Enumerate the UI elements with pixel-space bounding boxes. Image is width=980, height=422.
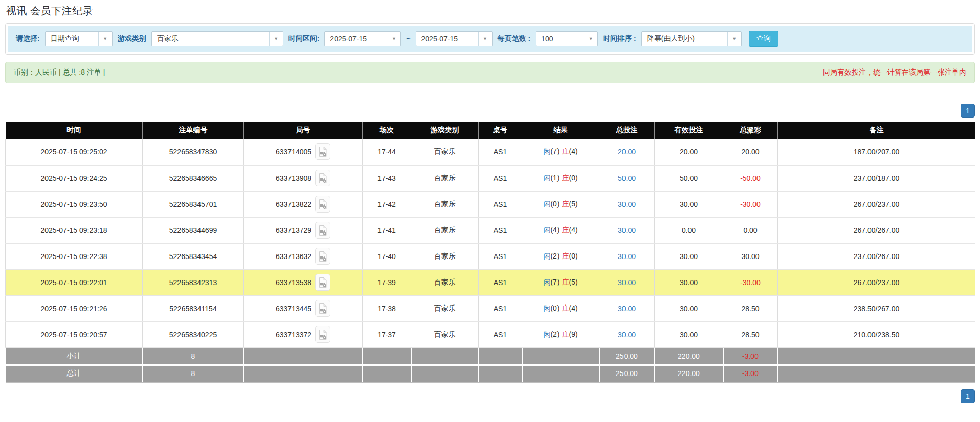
cell-remark: 187.00/207.00 bbox=[778, 139, 975, 165]
cell-time: 2025-07-15 09:25:02 bbox=[6, 139, 143, 165]
video-file-icon[interactable] bbox=[315, 274, 330, 291]
cell-payout: 0.00 bbox=[723, 217, 778, 243]
result-banker-label: 庄 bbox=[562, 147, 569, 155]
cell-time: 2025-07-15 09:22:38 bbox=[6, 243, 143, 269]
table-body: 2025-07-15 09:25:02 522658347830 6337140… bbox=[6, 139, 975, 347]
col-remark: 备注 bbox=[778, 122, 975, 139]
cell-game: 百家乐 bbox=[411, 295, 479, 321]
total-bet-link[interactable]: 30.00 bbox=[618, 200, 636, 208]
cell-result: 闲(0)庄(4) bbox=[522, 295, 599, 321]
video-file-icon[interactable] bbox=[315, 248, 330, 265]
cell-remark: 238.50/267.00 bbox=[778, 295, 975, 321]
result-banker-points: (4) bbox=[569, 304, 578, 312]
summary-currency-total: 币别：人民币 | 总共 :8 注单 | bbox=[14, 68, 105, 77]
result-player-label: 闲 bbox=[543, 330, 550, 338]
video-file-icon[interactable] bbox=[315, 170, 330, 186]
date-to-select[interactable]: 2025-07-15 ▼ bbox=[416, 31, 493, 46]
cell-game: 百家乐 bbox=[411, 321, 479, 347]
time-order-value: 降幂(由大到小) bbox=[642, 34, 727, 43]
cell-round-id: 633713729 bbox=[244, 217, 363, 243]
game-category-select[interactable]: 百家乐 ▼ bbox=[151, 31, 283, 46]
query-type-select[interactable]: 日期查询 ▼ bbox=[45, 31, 113, 46]
cell-table-no: AS1 bbox=[479, 191, 522, 217]
chevron-down-icon: ▼ bbox=[478, 32, 492, 46]
chevron-down-icon: ▼ bbox=[584, 32, 597, 46]
cell-total-bet: 30.00 bbox=[599, 217, 655, 243]
video-file-icon[interactable] bbox=[315, 326, 330, 343]
result-player-points: (7) bbox=[550, 278, 559, 286]
table-row: 2025-07-15 09:23:18 522658344699 6337137… bbox=[6, 217, 975, 243]
result-player-label: 闲 bbox=[543, 200, 550, 208]
result-player-points: (0) bbox=[550, 304, 559, 312]
total-bet-link[interactable]: 20.00 bbox=[618, 148, 636, 156]
game-category-label: 游戏类别 bbox=[118, 34, 146, 43]
cell-time: 2025-07-15 09:22:01 bbox=[6, 269, 143, 295]
summary-bar: 币别：人民币 | 总共 :8 注单 | 同局有效投注，统一计算在该局第一张注单内 bbox=[5, 62, 975, 83]
cell-bet-id: 522658340225 bbox=[143, 321, 244, 347]
round-id-value: 633713538 bbox=[276, 278, 311, 287]
cell-summary-label: 小计 bbox=[6, 347, 143, 365]
time-order-select[interactable]: 降幂(由大到小) ▼ bbox=[641, 31, 742, 46]
cell-summary-payout: -3.00 bbox=[723, 347, 778, 365]
summary-row: 总计 8 250.00 220.00 -3.00 bbox=[6, 365, 975, 382]
result-banker-label: 庄 bbox=[562, 226, 569, 234]
video-file-icon[interactable] bbox=[315, 143, 330, 160]
cell-game: 百家乐 bbox=[411, 139, 479, 165]
cell-game: 百家乐 bbox=[411, 243, 479, 269]
cell-remark: 267.00/267.00 bbox=[778, 217, 975, 243]
cell-bet-id: 522658347830 bbox=[143, 139, 244, 165]
cell-table-no: AS1 bbox=[479, 321, 522, 347]
cell-bet-id: 522658345701 bbox=[143, 191, 244, 217]
query-type-label: 请选择: bbox=[16, 34, 40, 43]
total-bet-link[interactable]: 50.00 bbox=[618, 174, 636, 182]
total-bet-link[interactable]: 30.00 bbox=[618, 226, 636, 235]
chevron-down-icon: ▼ bbox=[727, 32, 741, 46]
cell-total-bet: 30.00 bbox=[599, 191, 655, 217]
cell-remark: 267.00/237.00 bbox=[778, 191, 975, 217]
cell-round-id: 633713908 bbox=[244, 165, 363, 191]
total-bet-link[interactable]: 30.00 bbox=[618, 304, 636, 313]
table-row: 2025-07-15 09:23:50 522658345701 6337138… bbox=[6, 191, 975, 217]
cell-result: 闲(1)庄(0) bbox=[522, 165, 599, 191]
chevron-down-icon: ▼ bbox=[387, 32, 400, 46]
video-file-icon[interactable] bbox=[315, 196, 330, 213]
col-valid-bet: 有效投注 bbox=[655, 122, 723, 139]
result-banker-points: (4) bbox=[569, 226, 578, 234]
cell-payout: -50.00 bbox=[723, 165, 778, 191]
col-payout: 总派彩 bbox=[723, 122, 778, 139]
table-row: 2025-07-15 09:21:26 522658341154 6337134… bbox=[6, 295, 975, 321]
cell-session: 17-37 bbox=[363, 321, 411, 347]
date-from-select[interactable]: 2025-07-15 ▼ bbox=[324, 31, 401, 46]
col-result: 结果 bbox=[522, 122, 599, 139]
total-bet-link[interactable]: 30.00 bbox=[618, 331, 636, 339]
cell-valid-bet: 30.00 bbox=[655, 243, 723, 269]
time-order-label: 时间排序 : bbox=[603, 34, 636, 43]
total-bet-link[interactable]: 30.00 bbox=[618, 278, 636, 287]
page-size-select[interactable]: 100 ▼ bbox=[536, 31, 598, 46]
cell-session: 17-41 bbox=[363, 217, 411, 243]
cell-total-bet: 20.00 bbox=[599, 139, 655, 165]
video-file-icon[interactable] bbox=[315, 300, 330, 317]
cell-session: 17-44 bbox=[363, 139, 411, 165]
result-player-points: (4) bbox=[550, 226, 559, 234]
round-id-value: 633713372 bbox=[276, 331, 311, 339]
cell-game: 百家乐 bbox=[411, 217, 479, 243]
cell-bet-id: 522658346665 bbox=[143, 165, 244, 191]
cell-valid-bet: 0.00 bbox=[655, 217, 723, 243]
page-1-button[interactable]: 1 bbox=[961, 389, 975, 403]
table-row: 2025-07-15 09:25:02 522658347830 6337140… bbox=[6, 139, 975, 165]
result-banker-points: (9) bbox=[569, 330, 578, 338]
round-id-value: 633713822 bbox=[276, 200, 311, 208]
table-row: 2025-07-15 09:24:25 522658346665 6337139… bbox=[6, 165, 975, 191]
cell-summary-total-bet: 250.00 bbox=[599, 365, 655, 382]
total-bet-link[interactable]: 30.00 bbox=[618, 252, 636, 261]
round-id-value: 633713445 bbox=[276, 304, 311, 313]
result-player-points: (0) bbox=[550, 200, 559, 208]
video-file-icon[interactable] bbox=[315, 222, 330, 239]
page-1-button[interactable]: 1 bbox=[961, 104, 975, 118]
cell-round-id: 633713632 bbox=[244, 243, 363, 269]
chevron-down-icon: ▼ bbox=[98, 32, 112, 46]
search-button[interactable]: 查询 bbox=[749, 31, 778, 47]
cell-round-id: 633713372 bbox=[244, 321, 363, 347]
cell-result: 闲(2)庄(9) bbox=[522, 321, 599, 347]
